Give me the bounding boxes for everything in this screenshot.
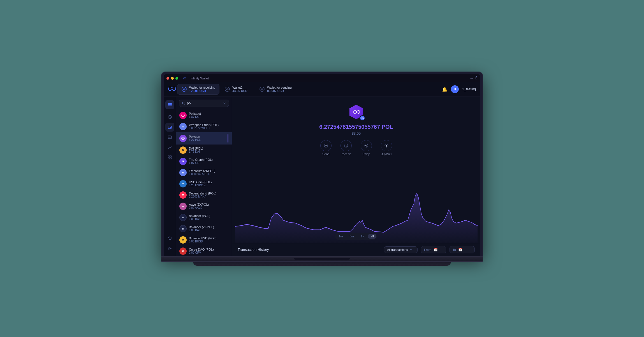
token-name: DAI (POL)	[189, 147, 228, 150]
svg-marker-19	[182, 137, 184, 139]
filter-all-button[interactable]: all	[368, 234, 377, 239]
sidebar-chart-button[interactable]	[165, 143, 174, 152]
filter-1m-button[interactable]: 1m	[336, 234, 346, 239]
wallet-sidebar-icon	[168, 125, 172, 129]
titlebar-logo-icon	[183, 77, 187, 80]
list-item[interactable]: E Ethereum (ZKPOL) 0.00009465 ETH	[176, 167, 232, 178]
price-chart	[235, 160, 478, 243]
wallet-tab-0[interactable]: Wallet for receiving 126.01 USD	[177, 84, 219, 95]
swap-label: Swap	[362, 152, 370, 156]
chart-area: 1m 3m 1y all	[235, 160, 478, 243]
from-date-input[interactable]: From 📅	[421, 246, 446, 253]
list-item[interactable]: U USD Coin (POL) 0.20 USDC.E	[176, 178, 232, 189]
svg-rect-3	[168, 103, 172, 104]
chevron-down-icon: ▾	[410, 248, 412, 251]
user-name: 1_testing	[462, 87, 476, 91]
sidebar-settings-button[interactable]	[165, 244, 174, 253]
list-item-polygon[interactable]: Polygon 6.27 POL	[176, 132, 232, 145]
sidebar-sync-button[interactable]	[165, 234, 174, 243]
token-name: Polygon	[189, 135, 224, 138]
token-balance: 0.00 BUSD	[189, 240, 228, 243]
transaction-bar: Transaction History All transactions ▾ F…	[232, 243, 480, 256]
list-item[interactable]: B Balancer (ZKPOL) 0.00 BAL	[176, 223, 232, 234]
wallet-icon-1	[224, 86, 230, 92]
token-balance: 0.00 BAL	[189, 217, 228, 221]
chart-icon	[168, 145, 172, 149]
laptop-notch	[294, 258, 350, 260]
token-logo	[179, 112, 187, 119]
close-button[interactable]	[166, 77, 169, 80]
sidebar-image-button[interactable]	[165, 133, 174, 142]
token-logo-polygon	[179, 135, 187, 142]
user-avatar: U	[451, 85, 459, 93]
wallet-balance-1: 44.65 USD	[232, 89, 247, 93]
token-balance: 0.002322 WETH	[189, 127, 228, 130]
transaction-filter-dropdown[interactable]: All transactions ▾	[384, 246, 418, 253]
settings-icon	[168, 246, 172, 250]
laptop-base	[161, 257, 483, 262]
wallet-balance-0: 126.01 USD	[189, 89, 215, 93]
list-item[interactable]: W Wrapped Ether (POL) 0.002322 WETH	[176, 121, 232, 132]
token-name: Curve DAO (POL)	[189, 248, 228, 251]
sidebar-toggle-button[interactable]	[165, 100, 174, 109]
filter-1y-button[interactable]: 1y	[358, 234, 367, 239]
svg-point-14	[182, 102, 184, 104]
sidebar-grid-button[interactable]	[165, 153, 174, 162]
token-name: USD Coin (POL)	[189, 180, 228, 184]
svg-rect-12	[170, 158, 172, 159]
app-screen: Wallet for receiving 126.01 USD Wallet2 …	[164, 82, 480, 256]
minimize-button[interactable]	[171, 77, 174, 80]
list-item[interactable]: B Binance USD (POL) 0.00 BUSD	[176, 234, 232, 246]
list-item[interactable]: A Aave (ZKPOL) 0.00 AAVE	[176, 201, 232, 212]
wallet-icon-2	[259, 86, 265, 92]
token-logo: D	[179, 146, 187, 154]
search-input[interactable]	[187, 101, 221, 105]
action-buttons: Send Receive	[320, 140, 392, 156]
calendar-from-icon: 📅	[434, 248, 438, 252]
sidebar-wallet-button[interactable]	[165, 123, 174, 132]
token-name: Ethereum (ZKPOL)	[189, 169, 228, 173]
receive-label: Receive	[340, 152, 352, 156]
notification-bell-icon[interactable]: 🔔	[442, 87, 448, 92]
grid-icon	[168, 155, 172, 159]
search-clear-button[interactable]: ✕	[223, 101, 226, 105]
token-name: Balancer (POL)	[189, 214, 228, 217]
svg-rect-4	[168, 104, 172, 105]
wallet-name-2: Wallet for sending	[267, 86, 292, 89]
top-bar-right: 🔔 U 1_testing	[442, 85, 476, 93]
send-button[interactable]: Send	[320, 140, 332, 156]
maximize-button[interactable]	[175, 77, 178, 80]
list-item[interactable]: M Decentraland (POL) 0.2600 MANA	[176, 189, 232, 201]
list-item[interactable]: D DAI (POL) 1.79 DAI	[176, 145, 232, 156]
wallet-tabs: Wallet for receiving 126.01 USD Wallet2 …	[177, 84, 442, 95]
token-balance: 0.00 CRV	[189, 251, 228, 254]
swap-button[interactable]: Swap	[361, 140, 372, 156]
infinity-badge-icon	[361, 116, 364, 120]
wallet-tab-1[interactable]: Wallet2 44.65 USD	[221, 84, 254, 95]
list-item[interactable]: C Curve DAO (POL) 0.00 CRV	[176, 246, 232, 256]
filter-3m-button[interactable]: 3m	[347, 234, 357, 239]
list-item[interactable]: G The Graph (POL) 1.97 GRT	[176, 156, 232, 167]
wallet-tab-2[interactable]: Wallet for sending 0.6507 USD	[255, 84, 296, 95]
to-label: To	[453, 248, 456, 251]
history-icon	[168, 115, 172, 119]
token-panel: ✕	[176, 97, 232, 256]
list-item[interactable]: B Balancer (POL) 0.00 BAL	[176, 212, 232, 223]
svg-text:$: $	[386, 145, 387, 147]
token-balance: 1.87 DOT	[189, 115, 228, 118]
search-box[interactable]: ✕	[179, 100, 229, 107]
sidebar-history-button[interactable]	[165, 113, 174, 121]
token-balance: 6.27 POL	[189, 138, 224, 141]
content-top: 6.272547815575055767 POL $3.05	[232, 97, 480, 160]
to-date-input[interactable]: To 📅	[450, 246, 475, 253]
titlebar: Infinity Wallet ─ ⧉	[164, 74, 480, 82]
active-indicator	[228, 134, 228, 143]
transaction-history-title: Transaction History	[238, 247, 381, 252]
svg-rect-9	[168, 156, 170, 157]
buysell-button[interactable]: $ Buy/Sell	[381, 140, 392, 156]
token-name: Aave (ZKPOL)	[189, 203, 228, 206]
receive-button[interactable]: Receive	[340, 140, 352, 156]
token-logo: E	[179, 169, 187, 176]
list-item[interactable]: Polkadot 1.87 DOT	[176, 110, 232, 121]
token-logo: A	[179, 203, 187, 210]
